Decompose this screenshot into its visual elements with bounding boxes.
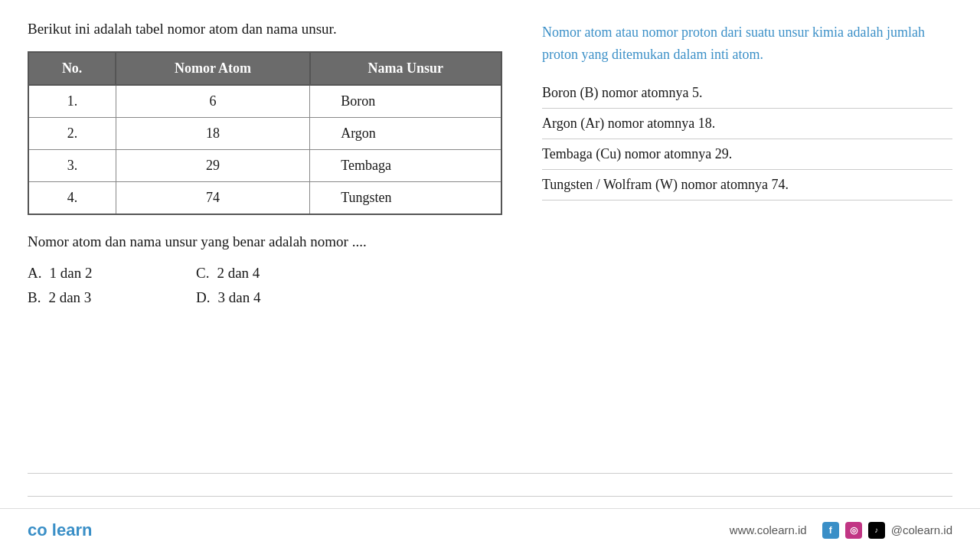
tiktok-icon: ♪ — [868, 522, 885, 539]
social-handle: @colearn.id — [891, 523, 952, 536]
divider-line-2 — [28, 496, 952, 497]
option-d-value: 3 dan 4 — [217, 289, 260, 306]
option-a: A. 1 dan 2 — [28, 265, 196, 282]
table-header-no: No. — [28, 52, 116, 85]
atom-table: No. Nomor Atom Nama Unsur 1. 6 Boron 2. … — [28, 51, 502, 215]
option-b-label: B. — [28, 289, 41, 306]
fact-line: Tembaga (Cu) nomor atomnya 29. — [542, 139, 952, 170]
cell-nomor-atom: 6 — [116, 85, 309, 118]
cell-no: 2. — [28, 117, 116, 149]
footer: co learn www.colearn.id f ◎ ♪ @colearn.i… — [0, 508, 980, 551]
option-c-label: C. — [196, 265, 209, 282]
right-panel: Nomor atom atau nomor proton dari suatu … — [542, 18, 952, 306]
question-text: Nomor atom dan nama unsur yang benar ada… — [28, 230, 518, 253]
table-row: 4. 74 Tungsten — [28, 181, 501, 214]
cell-nama-unsur: Boron — [310, 85, 501, 118]
cell-no: 1. — [28, 85, 116, 118]
explanation-blue-text: Nomor atom atau nomor proton dari suatu … — [542, 21, 952, 66]
cell-nomor-atom: 74 — [116, 181, 309, 214]
footer-social: f ◎ ♪ @colearn.id — [822, 522, 952, 539]
cell-nomor-atom: 18 — [116, 117, 309, 149]
footer-logo-text2: learn — [52, 520, 93, 540]
facts-container: Boron (B) nomor atomnya 5.Argon (Ar) nom… — [542, 78, 952, 201]
option-a-label: A. — [28, 265, 41, 282]
left-panel: Berikut ini adalah tabel nomor atom dan … — [28, 18, 518, 306]
option-d: D. 3 dan 4 — [196, 289, 364, 306]
option-b: B. 2 dan 3 — [28, 289, 196, 306]
divider-line-1 — [28, 473, 952, 474]
option-c: C. 2 dan 4 — [196, 265, 364, 282]
table-row: 2. 18 Argon — [28, 117, 501, 149]
cell-nama-unsur: Tembaga — [310, 149, 501, 181]
cell-no: 3. — [28, 149, 116, 181]
option-d-label: D. — [196, 289, 210, 306]
fact-line: Tungsten / Wolfram (W) nomor atomnya 74. — [542, 170, 952, 201]
facebook-icon: f — [822, 522, 839, 539]
footer-right: www.colearn.id f ◎ ♪ @colearn.id — [730, 522, 952, 539]
intro-text: Berikut ini adalah tabel nomor atom dan … — [28, 18, 518, 41]
table-header-nama-unsur: Nama Unsur — [310, 52, 501, 85]
cell-nama-unsur: Tungsten — [310, 181, 501, 214]
footer-logo: co learn — [28, 520, 92, 540]
options-grid: A. 1 dan 2 C. 2 dan 4 B. 2 dan 3 D. 3 da… — [28, 265, 518, 306]
table-row: 3. 29 Tembaga — [28, 149, 501, 181]
instagram-icon: ◎ — [845, 522, 862, 539]
table-row: 1. 6 Boron — [28, 85, 501, 118]
cell-no: 4. — [28, 181, 116, 214]
option-c-value: 2 dan 4 — [217, 265, 260, 282]
table-header-nomor-atom: Nomor Atom — [116, 52, 309, 85]
fact-line: Argon (Ar) nomor atomnya 18. — [542, 109, 952, 139]
fact-line: Boron (B) nomor atomnya 5. — [542, 78, 952, 109]
cell-nomor-atom: 29 — [116, 149, 309, 181]
footer-url: www.colearn.id — [730, 523, 807, 536]
option-b-value: 2 dan 3 — [48, 289, 91, 306]
option-a-value: 1 dan 2 — [49, 265, 92, 282]
footer-logo-text1: co — [28, 520, 52, 540]
cell-nama-unsur: Argon — [310, 117, 501, 149]
